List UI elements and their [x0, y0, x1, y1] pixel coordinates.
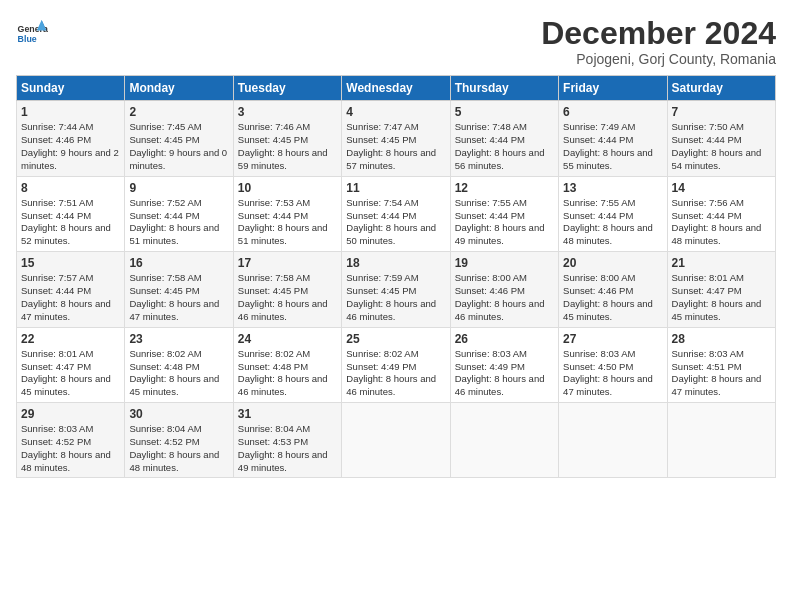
- daylight-text: Daylight: 8 hours and 48 minutes.: [563, 222, 662, 248]
- sunset-text: Sunset: 4:44 PM: [21, 210, 120, 223]
- daylight-text: Daylight: 8 hours and 55 minutes.: [563, 147, 662, 173]
- day-number: 2: [129, 104, 228, 120]
- daylight-text: Daylight: 8 hours and 51 minutes.: [129, 222, 228, 248]
- sunset-text: Sunset: 4:52 PM: [129, 436, 228, 449]
- daylight-text: Daylight: 8 hours and 48 minutes.: [672, 222, 771, 248]
- daylight-text: Daylight: 8 hours and 47 minutes.: [672, 373, 771, 399]
- daylight-text: Daylight: 8 hours and 54 minutes.: [672, 147, 771, 173]
- day-number: 8: [21, 180, 120, 196]
- daylight-text: Daylight: 8 hours and 49 minutes.: [238, 449, 337, 475]
- sunrise-text: Sunrise: 8:00 AM: [563, 272, 662, 285]
- logo-icon: General Blue: [16, 16, 48, 48]
- calendar-cell: 18Sunrise: 7:59 AMSunset: 4:45 PMDayligh…: [342, 252, 450, 327]
- sunset-text: Sunset: 4:49 PM: [455, 361, 554, 374]
- calendar-cell: 21Sunrise: 8:01 AMSunset: 4:47 PMDayligh…: [667, 252, 775, 327]
- daylight-text: Daylight: 8 hours and 48 minutes.: [129, 449, 228, 475]
- day-number: 26: [455, 331, 554, 347]
- calendar-cell: 3Sunrise: 7:46 AMSunset: 4:45 PMDaylight…: [233, 101, 341, 176]
- day-number: 19: [455, 255, 554, 271]
- daylight-text: Daylight: 8 hours and 47 minutes.: [129, 298, 228, 324]
- sunrise-text: Sunrise: 7:56 AM: [672, 197, 771, 210]
- calendar-cell: 8Sunrise: 7:51 AMSunset: 4:44 PMDaylight…: [17, 176, 125, 251]
- header-thursday: Thursday: [450, 76, 558, 101]
- sunset-text: Sunset: 4:45 PM: [238, 285, 337, 298]
- month-title: December 2024: [541, 16, 776, 51]
- sunset-text: Sunset: 4:44 PM: [672, 134, 771, 147]
- sunrise-text: Sunrise: 7:44 AM: [21, 121, 120, 134]
- sunrise-text: Sunrise: 8:03 AM: [455, 348, 554, 361]
- calendar-cell: 14Sunrise: 7:56 AMSunset: 4:44 PMDayligh…: [667, 176, 775, 251]
- daylight-text: Daylight: 8 hours and 59 minutes.: [238, 147, 337, 173]
- day-number: 7: [672, 104, 771, 120]
- day-number: 25: [346, 331, 445, 347]
- day-number: 17: [238, 255, 337, 271]
- calendar-cell: 26Sunrise: 8:03 AMSunset: 4:49 PMDayligh…: [450, 327, 558, 402]
- sunset-text: Sunset: 4:45 PM: [346, 134, 445, 147]
- sunrise-text: Sunrise: 8:03 AM: [563, 348, 662, 361]
- sunrise-text: Sunrise: 7:51 AM: [21, 197, 120, 210]
- day-number: 3: [238, 104, 337, 120]
- daylight-text: Daylight: 8 hours and 45 minutes.: [129, 373, 228, 399]
- sunrise-text: Sunrise: 8:04 AM: [238, 423, 337, 436]
- calendar-cell: 10Sunrise: 7:53 AMSunset: 4:44 PMDayligh…: [233, 176, 341, 251]
- calendar-cell: 29Sunrise: 8:03 AMSunset: 4:52 PMDayligh…: [17, 402, 125, 477]
- sunrise-text: Sunrise: 7:54 AM: [346, 197, 445, 210]
- sunrise-text: Sunrise: 8:04 AM: [129, 423, 228, 436]
- sunset-text: Sunset: 4:47 PM: [21, 361, 120, 374]
- daylight-text: Daylight: 8 hours and 46 minutes.: [455, 373, 554, 399]
- sunrise-text: Sunrise: 7:58 AM: [129, 272, 228, 285]
- sunrise-text: Sunrise: 8:03 AM: [21, 423, 120, 436]
- sunset-text: Sunset: 4:44 PM: [672, 210, 771, 223]
- sunrise-text: Sunrise: 8:01 AM: [672, 272, 771, 285]
- sunrise-text: Sunrise: 7:48 AM: [455, 121, 554, 134]
- sunset-text: Sunset: 4:44 PM: [563, 134, 662, 147]
- calendar-cell: 28Sunrise: 8:03 AMSunset: 4:51 PMDayligh…: [667, 327, 775, 402]
- sunrise-text: Sunrise: 7:52 AM: [129, 197, 228, 210]
- sunrise-text: Sunrise: 7:58 AM: [238, 272, 337, 285]
- calendar-cell: 23Sunrise: 8:02 AMSunset: 4:48 PMDayligh…: [125, 327, 233, 402]
- sunset-text: Sunset: 4:45 PM: [129, 134, 228, 147]
- sunset-text: Sunset: 4:44 PM: [346, 210, 445, 223]
- day-number: 9: [129, 180, 228, 196]
- calendar-week-3: 15Sunrise: 7:57 AMSunset: 4:44 PMDayligh…: [17, 252, 776, 327]
- daylight-text: Daylight: 8 hours and 51 minutes.: [238, 222, 337, 248]
- sunrise-text: Sunrise: 7:57 AM: [21, 272, 120, 285]
- daylight-text: Daylight: 8 hours and 46 minutes.: [346, 298, 445, 324]
- sunset-text: Sunset: 4:45 PM: [129, 285, 228, 298]
- calendar-cell: 4Sunrise: 7:47 AMSunset: 4:45 PMDaylight…: [342, 101, 450, 176]
- day-number: 21: [672, 255, 771, 271]
- daylight-text: Daylight: 8 hours and 50 minutes.: [346, 222, 445, 248]
- sunset-text: Sunset: 4:44 PM: [455, 210, 554, 223]
- calendar-table: Sunday Monday Tuesday Wednesday Thursday…: [16, 75, 776, 478]
- sunset-text: Sunset: 4:48 PM: [238, 361, 337, 374]
- daylight-text: Daylight: 9 hours and 2 minutes.: [21, 147, 120, 173]
- calendar-cell: 7Sunrise: 7:50 AMSunset: 4:44 PMDaylight…: [667, 101, 775, 176]
- calendar-week-5: 29Sunrise: 8:03 AMSunset: 4:52 PMDayligh…: [17, 402, 776, 477]
- day-number: 15: [21, 255, 120, 271]
- calendar-cell: 1Sunrise: 7:44 AMSunset: 4:46 PMDaylight…: [17, 101, 125, 176]
- daylight-text: Daylight: 8 hours and 46 minutes.: [455, 298, 554, 324]
- calendar-week-1: 1Sunrise: 7:44 AMSunset: 4:46 PMDaylight…: [17, 101, 776, 176]
- calendar-cell: 22Sunrise: 8:01 AMSunset: 4:47 PMDayligh…: [17, 327, 125, 402]
- header-friday: Friday: [559, 76, 667, 101]
- daylight-text: Daylight: 8 hours and 49 minutes.: [455, 222, 554, 248]
- sunrise-text: Sunrise: 8:02 AM: [129, 348, 228, 361]
- daylight-text: Daylight: 8 hours and 47 minutes.: [563, 373, 662, 399]
- calendar-cell: 24Sunrise: 8:02 AMSunset: 4:48 PMDayligh…: [233, 327, 341, 402]
- sunrise-text: Sunrise: 7:53 AM: [238, 197, 337, 210]
- sunrise-text: Sunrise: 7:50 AM: [672, 121, 771, 134]
- day-number: 29: [21, 406, 120, 422]
- day-number: 20: [563, 255, 662, 271]
- sunset-text: Sunset: 4:46 PM: [563, 285, 662, 298]
- day-number: 12: [455, 180, 554, 196]
- sunrise-text: Sunrise: 8:00 AM: [455, 272, 554, 285]
- day-number: 4: [346, 104, 445, 120]
- calendar-cell: 13Sunrise: 7:55 AMSunset: 4:44 PMDayligh…: [559, 176, 667, 251]
- sunset-text: Sunset: 4:44 PM: [21, 285, 120, 298]
- calendar-cell: [559, 402, 667, 477]
- sunrise-text: Sunrise: 8:02 AM: [238, 348, 337, 361]
- day-number: 10: [238, 180, 337, 196]
- day-number: 11: [346, 180, 445, 196]
- daylight-text: Daylight: 8 hours and 46 minutes.: [238, 298, 337, 324]
- calendar-cell: 6Sunrise: 7:49 AMSunset: 4:44 PMDaylight…: [559, 101, 667, 176]
